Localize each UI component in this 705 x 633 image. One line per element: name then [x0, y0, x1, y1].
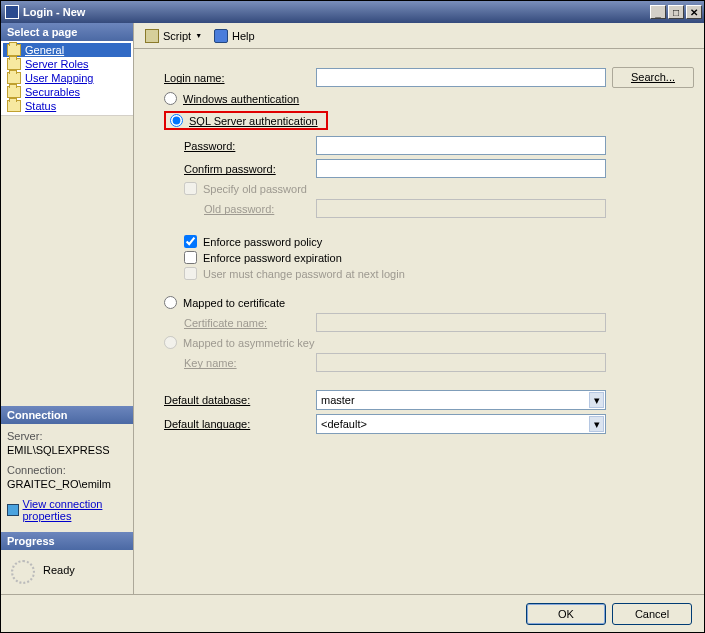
default-lang-label: Default language:: [164, 418, 250, 430]
connection-value: GRAITEC_RO\emilm: [7, 478, 127, 490]
select-page-header: Select a page: [1, 23, 133, 41]
script-label: Script: [163, 30, 191, 42]
title-bar[interactable]: Login - New _ □ ✕: [1, 1, 704, 23]
page-link: Status: [25, 100, 56, 112]
page-icon: [7, 58, 21, 70]
must-change-check: User must change password at next login: [184, 267, 694, 280]
progress-spinner-icon: [11, 560, 35, 584]
toolbar: Script ▼ Help: [134, 23, 704, 49]
mapped-asym-radio: Mapped to asymmetric key: [164, 336, 694, 349]
cert-name-input: [316, 313, 606, 332]
page-icon: [7, 72, 21, 84]
close-button[interactable]: ✕: [686, 5, 702, 19]
enforce-policy-label: Enforce password policy: [203, 236, 322, 248]
sql-auth-label: SQL Server authentication: [189, 115, 318, 127]
script-icon: [145, 29, 159, 43]
default-db-row: Default database: master ▾: [156, 390, 694, 410]
left-panel: Select a page General Server Roles User …: [1, 23, 134, 594]
default-lang-select[interactable]: <default> ▾: [316, 414, 606, 434]
default-db-value: master: [321, 394, 355, 406]
specify-old-label: Specify old password: [203, 183, 307, 195]
old-password-row: Old password:: [156, 199, 694, 218]
chevron-down-icon: ▾: [589, 416, 604, 432]
page-icon: [7, 100, 21, 112]
password-label: Password:: [184, 140, 235, 152]
connection-properties-icon: [7, 504, 19, 516]
right-panel: Script ▼ Help Login name: Search... Wind…: [134, 23, 704, 594]
window-title: Login - New: [23, 6, 648, 18]
connection-label: Connection:: [7, 464, 127, 476]
connection-section: Server: EMIL\SQLEXPRESS Connection: GRAI…: [1, 424, 133, 532]
page-link: Securables: [25, 86, 80, 98]
windows-auth-label: Windows authentication: [183, 93, 299, 105]
mapped-cert-label: Mapped to certificate: [183, 297, 285, 309]
confirm-password-input[interactable]: [316, 159, 606, 178]
view-connection-properties[interactable]: View connection properties: [7, 498, 127, 522]
maximize-button[interactable]: □: [668, 5, 684, 19]
form-area: Login name: Search... Windows authentica…: [134, 49, 704, 594]
default-db-select[interactable]: master ▾: [316, 390, 606, 410]
page-link: User Mapping: [25, 72, 93, 84]
key-name-row: Key name:: [156, 353, 694, 372]
confirm-password-row: Confirm password:: [156, 159, 694, 178]
password-row: Password:: [156, 136, 694, 155]
content-area: Select a page General Server Roles User …: [1, 23, 704, 594]
ok-button[interactable]: OK: [526, 603, 606, 625]
help-label: Help: [232, 30, 255, 42]
specify-old-password-check: Specify old password: [184, 182, 694, 195]
login-name-label: Login name:: [156, 72, 316, 84]
page-item-general[interactable]: General: [3, 43, 131, 57]
enforce-policy-check[interactable]: Enforce password policy: [184, 235, 694, 248]
enforce-expiration-check[interactable]: Enforce password expiration: [184, 251, 694, 264]
cert-name-row: Certificate name:: [156, 313, 694, 332]
progress-header: Progress: [1, 532, 133, 550]
default-db-label: Default database:: [164, 394, 250, 406]
default-lang-value: <default>: [321, 418, 367, 430]
chevron-down-icon: ▾: [589, 392, 604, 408]
server-label: Server:: [7, 430, 127, 442]
mapped-cert-radio[interactable]: Mapped to certificate: [164, 296, 694, 309]
page-item-server-roles[interactable]: Server Roles: [3, 57, 131, 71]
login-name-row: Login name: Search...: [156, 67, 694, 88]
old-password-input: [316, 199, 606, 218]
key-name-input: [316, 353, 606, 372]
key-name-label: Key name:: [184, 357, 237, 369]
script-button[interactable]: Script ▼: [140, 27, 207, 45]
confirm-password-label: Confirm password:: [184, 163, 276, 175]
page-link: General: [25, 44, 64, 56]
mapped-asym-label: Mapped to asymmetric key: [183, 337, 314, 349]
password-input[interactable]: [316, 136, 606, 155]
progress-section: Ready: [1, 550, 133, 594]
enforce-expiration-label: Enforce password expiration: [203, 252, 342, 264]
cert-name-label: Certificate name:: [184, 317, 267, 329]
search-button[interactable]: Search...: [612, 67, 694, 88]
help-icon: [214, 29, 228, 43]
left-spacer: [1, 116, 133, 406]
page-icon: [7, 44, 21, 56]
page-item-securables[interactable]: Securables: [3, 85, 131, 99]
page-list: General Server Roles User Mapping Secura…: [1, 41, 133, 116]
app-icon: [5, 5, 19, 19]
page-icon: [7, 86, 21, 98]
must-change-label: User must change password at next login: [203, 268, 405, 280]
page-item-user-mapping[interactable]: User Mapping: [3, 71, 131, 85]
server-value: EMIL\SQLEXPRESS: [7, 444, 127, 456]
help-button[interactable]: Help: [209, 27, 260, 45]
sql-auth-radio[interactable]: SQL Server authentication: [164, 111, 694, 130]
page-item-status[interactable]: Status: [3, 99, 131, 113]
cancel-button[interactable]: Cancel: [612, 603, 692, 625]
view-connection-link: View connection properties: [23, 498, 128, 522]
progress-status: Ready: [43, 556, 75, 576]
minimize-button[interactable]: _: [650, 5, 666, 19]
connection-header: Connection: [1, 406, 133, 424]
default-lang-row: Default language: <default> ▾: [156, 414, 694, 434]
dialog-footer: OK Cancel: [1, 594, 704, 632]
old-password-label: Old password:: [204, 203, 274, 215]
login-name-input[interactable]: [316, 68, 606, 87]
chevron-down-icon: ▼: [195, 32, 202, 39]
windows-auth-radio[interactable]: Windows authentication: [164, 92, 694, 105]
page-link: Server Roles: [25, 58, 89, 70]
